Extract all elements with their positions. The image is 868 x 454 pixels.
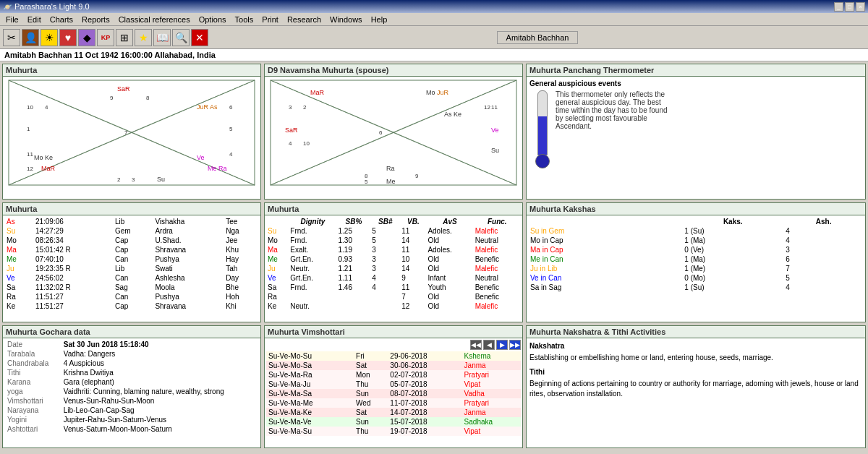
table-row: Su-Ve-Ma-MeWed11-07-2018Pratyari [266, 398, 521, 408]
col-ash: Ash. [783, 217, 864, 226]
svg-text:5: 5 [229, 126, 233, 132]
nav-prev[interactable]: ◀ [483, 340, 495, 350]
col-vb: VB. [400, 217, 426, 226]
gochara-table: DateSat 30 Jun 2018 15:18:40 TarabalaVad… [4, 340, 259, 434]
menu-charts[interactable]: Charts [46, 14, 77, 25]
menu-file[interactable]: File [1, 14, 23, 25]
table-row: Ma15:01:42 RCapShravanaKhu [4, 245, 259, 254]
table-row: TarabalaVadha: Dangers [4, 349, 259, 359]
svg-text:As Ke: As Ke [444, 111, 461, 118]
nav-next-next[interactable]: ▶▶ [509, 340, 521, 350]
tithi-text: Beginning of actions pertaining to count… [529, 379, 862, 399]
toolbar-person[interactable]: 👤 [22, 29, 39, 46]
d9-chart-header: D9 Navamsha Muhurta (spouse) [265, 64, 522, 77]
muhurta-dignity-header: Muhurta [265, 203, 522, 215]
col-sbpct: SB% [336, 217, 370, 226]
svg-text:6: 6 [229, 104, 233, 111]
title-bar: 🪐 Parashara's Light 9.0 _ □ × [0, 0, 868, 13]
nav-prev-prev[interactable]: ◀◀ [470, 340, 482, 350]
muhurta-chart-header: Muhurta [3, 64, 260, 77]
table-row: Ra11:51:27CanPushyaHoh [4, 292, 259, 301]
col-dignity: Dignity [289, 217, 336, 226]
toolbar: ✂ 👤 ☀ ♥ ◆ KP ⊞ ★ 📖 🔍 ✕ Amitabh Bachhan [0, 26, 868, 49]
person-tab[interactable]: Amitabh Bachhan [497, 31, 579, 44]
kakshas-panel: Muhurta Kakshas Kaks. Ash. Su in Gem1 (S… [526, 202, 866, 323]
svg-text:6: 6 [379, 129, 383, 136]
thermometer-bulb [535, 154, 550, 168]
nakshatra-label: Nakshatra [529, 341, 862, 351]
nav-next[interactable]: ▶ [496, 340, 508, 350]
table-row: VimshottariVenus-Sun-Rahu-Sun-Moon [4, 396, 259, 406]
svg-text:Me: Me [386, 178, 396, 185]
vimshottari-table: Su-Ve-Mo-SuFri29-06-2018Kshema Su-Ve-Mo-… [266, 351, 521, 436]
gochara-panel: Muhurta Gochara data DateSat 30 Jun 2018… [2, 325, 261, 448]
table-row: Mo in Cap1 (Ma)4 [528, 236, 864, 245]
table-row: JuNeutr.1.21314OldMalefic [266, 264, 521, 273]
muhurta-times-header: Muhurta [3, 203, 260, 215]
maximize-button[interactable]: □ [845, 2, 854, 12]
svg-text:12: 12 [484, 104, 490, 111]
toolbar-star[interactable]: ★ [135, 29, 152, 46]
toolbar-heart[interactable]: ♥ [59, 29, 77, 46]
toolbar-kp[interactable]: KP [97, 29, 114, 46]
toolbar-book[interactable]: 📖 [153, 29, 171, 46]
svg-text:9: 9 [110, 95, 114, 101]
toolbar-sun[interactable]: ☀ [41, 29, 58, 46]
table-row: Sa11:32:02 RSagMoolaBhe [4, 283, 259, 292]
activities-header: Muhurta Nakshatra & Tithi Activities [527, 326, 865, 338]
col-func: Func. [474, 217, 521, 226]
col-avs: AvS [426, 217, 473, 226]
menu-edit[interactable]: Edit [23, 14, 46, 25]
minimize-button[interactable]: _ [834, 2, 843, 12]
table-row: Sa in Sag1 (Su)4 [528, 283, 864, 292]
menu-help[interactable]: Help [367, 14, 392, 25]
menu-bar: File Edit Charts Reports Classical refer… [0, 13, 868, 26]
table-row: Ju in Lib1 (Me)7 [528, 264, 864, 273]
person-info: Amitabh Bachhan 11 Oct 1942 16:00:00 All… [0, 49, 868, 61]
menu-tools[interactable]: Tools [231, 14, 258, 25]
gochara-content: DateSat 30 Jun 2018 15:18:40 TarabalaVad… [3, 338, 260, 435]
menu-print[interactable]: Print [258, 14, 283, 25]
gochara-header: Muhurta Gochara data [3, 326, 260, 338]
panchang-header: Muhurta Panchang Thermometer [527, 64, 865, 77]
table-row: AshtottariVenus-Saturn-Moon-Moon-Saturn [4, 424, 259, 434]
table-row: SaFrnd.1.46411YouthBenefic [266, 283, 521, 292]
toolbar-close-red[interactable]: ✕ [191, 29, 208, 46]
kakshas-table: Kaks. Ash. Su in Gem1 (Su)4 Mo in Cap1 (… [528, 217, 864, 292]
table-row: Su-Ve-Ma-SuThu19-07-2018Vipat [266, 427, 521, 436]
svg-text:1: 1 [27, 126, 30, 132]
muhurta-times-table: As21:09:06LibVishakhaTee Su14:27:29GemAr… [4, 217, 259, 311]
muhurta-chart-container: SaR 9 8 JuR As 6 5 Ve 4 Me Ra 2 3 Su Mo … [3, 77, 260, 189]
toolbar-search[interactable]: 🔍 [172, 29, 190, 46]
table-row: Ke11:51:27CapShravanaKhi [4, 301, 259, 311]
menu-research[interactable]: Research [283, 14, 326, 25]
table-row: MoFrnd.1.30514OldNeutral [266, 236, 521, 245]
col-kaks: Kaks. [682, 217, 783, 226]
menu-options[interactable]: Options [195, 14, 231, 25]
toolbar-scissor[interactable]: ✂ [3, 29, 20, 46]
svg-text:Mo Ke: Mo Ke [34, 154, 53, 161]
toolbar-diamond[interactable]: ◆ [78, 29, 95, 46]
panchang-panel: Muhurta Panchang Thermometer General aus… [526, 64, 866, 200]
close-button[interactable]: × [856, 2, 865, 12]
table-row: Su-Ve-Mo-SuFri29-06-2018Kshema [266, 351, 521, 361]
d9-chart-panel: D9 Navamsha Muhurta (spouse) MaR 3 2 Mo … [264, 64, 523, 200]
table-row: Su-Ve-Mo-SaSat30-06-2018Janma [266, 361, 521, 370]
svg-text:Ve: Ve [491, 127, 499, 134]
toolbar-grid[interactable]: ⊞ [116, 29, 133, 46]
svg-text:4: 4 [45, 104, 48, 111]
vimshottari-content: ◀◀ ◀ ▶ ▶▶ Su-Ve-Mo-SuFri29-06-2018Kshema… [265, 338, 522, 437]
menu-windows[interactable]: Windows [326, 14, 367, 25]
menu-classical[interactable]: Classical references [114, 14, 195, 25]
table-header-row: Kaks. Ash. [528, 217, 864, 226]
thermometer-bar [537, 90, 548, 155]
menu-reports[interactable]: Reports [77, 14, 114, 25]
d9-chart-svg: MaR 3 2 Mo JuR 12 11 As Ke Ve Su SaR 4 1… [265, 77, 522, 189]
col-label [528, 217, 682, 226]
muhurta-times-panel: Muhurta As21:09:06LibVishakhaTee Su14:27… [2, 202, 261, 323]
nakshatra-text: Establishing or embellishing home or lan… [529, 353, 862, 363]
table-row: yogaVaidhriti: Cunning, blaming nature, … [4, 387, 259, 396]
muhurta-dignity-panel: Muhurta Dignity SB% SB# VB. AvS Func. Su… [264, 202, 523, 323]
table-row: Su-Ve-Ma-JuThu05-07-2018Vipat [266, 380, 521, 389]
table-row: Su in Gem1 (Su)4 [528, 226, 864, 236]
